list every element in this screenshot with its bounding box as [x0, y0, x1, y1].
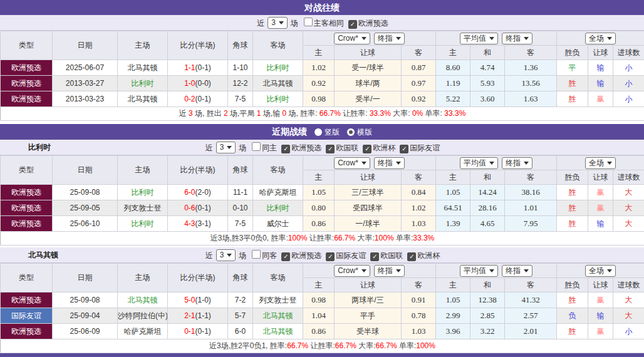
checked-checkbox[interactable] — [281, 145, 290, 153]
avg-source-select[interactable]: 平均值 — [460, 157, 498, 169]
layout-radio-group: 竖版横版 — [307, 127, 372, 137]
avg-stage-select[interactable]: 终指 — [502, 33, 532, 44]
match-type-badge: 国际友谊 — [1, 308, 53, 324]
avg-source-select-value: 平均值 — [464, 266, 486, 275]
checkbox-label: 欧洲杯 — [373, 143, 395, 152]
next-section-bar — [0, 353, 644, 357]
avg-away-odds: 1.63 — [505, 91, 557, 107]
match-count-select[interactable]: 3 — [216, 249, 236, 261]
checkbox-label: 同客 — [262, 251, 277, 260]
odds-stage-select[interactable]: 终指 — [374, 265, 405, 277]
chevron-down-icon — [607, 269, 612, 272]
header-row-groups: 类型日期主场比分(半场)角球客场Crow*终指平均值终指全场 — [1, 31, 644, 46]
checked-checkbox[interactable] — [400, 145, 408, 153]
scope-select[interactable]: 全场 — [585, 33, 616, 44]
avg-home-odds: 8.60 — [436, 60, 470, 76]
odds-source-select[interactable]: Crow* — [334, 33, 370, 44]
avg-source-select[interactable]: 平均值 — [460, 265, 498, 277]
checkbox-label: 主客相同 — [314, 19, 344, 28]
sub-column-header: 让球 — [588, 170, 613, 185]
result-handicap: 输 — [588, 216, 613, 232]
home-team: 沙特阿拉伯(中) — [118, 308, 168, 324]
scope-select[interactable]: 全场 — [585, 265, 616, 277]
avg-stage-select[interactable]: 终指 — [502, 157, 532, 169]
avg-away-odds: 41.32 — [505, 292, 557, 308]
score-halftime: (3-1) — [195, 219, 211, 228]
result-goals: 大 — [613, 308, 644, 324]
result-win-loss: 胜 — [557, 324, 588, 339]
match-count-select[interactable]: 3 — [216, 142, 236, 153]
odds-stage-select[interactable]: 终指 — [374, 157, 405, 169]
checked-checkbox[interactable] — [348, 20, 357, 29]
score-fulltime: 5-0 — [184, 296, 195, 304]
home-team: 哈萨克斯坦 — [118, 324, 168, 339]
avg-away-odds: 2.57 — [505, 308, 557, 324]
sub-column-header: 胜负 — [557, 170, 588, 185]
sub-column-header: 胜负 — [557, 46, 588, 60]
column-header: 主场 — [118, 31, 168, 60]
odds-source-select[interactable]: Crow* — [334, 157, 370, 169]
match-count-select[interactable]: 3 — [267, 17, 288, 29]
avg-source-select-value: 平均值 — [464, 158, 486, 167]
chevron-down-icon — [396, 269, 401, 272]
unchecked-checkbox[interactable] — [252, 250, 261, 259]
layout-radio-vertical[interactable] — [314, 128, 322, 136]
handicap-line: 两球半/三 — [335, 292, 402, 308]
layout-radio-horizontal[interactable] — [347, 128, 355, 136]
result-win-loss: 胜 — [557, 76, 588, 91]
unchecked-checkbox[interactable] — [252, 142, 261, 151]
checked-checkbox[interactable] — [407, 252, 416, 261]
avg-home-odds: 1.39 — [436, 216, 470, 232]
odds-source-select-value: Crow* — [338, 266, 358, 275]
result-goals: 大 — [613, 200, 644, 216]
odds-stage-select[interactable]: 终指 — [374, 33, 405, 44]
column-header: 日期 — [53, 156, 118, 185]
unchecked-checkbox[interactable] — [304, 18, 313, 26]
team-name-belgium: 比利时 — [28, 140, 51, 155]
summary-text: 大率: — [391, 109, 412, 118]
sub-column-header: 进球数 — [613, 170, 644, 185]
page: 对战往绩 近3场主客相同欧洲预选 类型日期主场比分(半场)角球客场Crow*终指… — [0, 0, 644, 357]
sub-column-header: 让球 — [588, 46, 613, 60]
result-handicap: 赢 — [588, 324, 613, 339]
checked-checkbox[interactable] — [326, 252, 335, 261]
avg-source-select-value: 平均值 — [464, 34, 486, 43]
avg-draw-odds: 12.38 — [470, 292, 505, 308]
result-win-loss: 胜 — [557, 200, 588, 216]
match-type-badge: 欧洲预选 — [1, 185, 53, 200]
avg-source-select[interactable]: 平均值 — [460, 33, 498, 44]
corner-score: 6-0 — [228, 324, 253, 339]
away-team: 比利时 — [253, 200, 303, 216]
result-goals: 小 — [613, 76, 644, 91]
home-team: 比利时 — [118, 185, 168, 200]
macedonia-table-mount: 类型日期主场比分(半场)角球客场Crow*终指平均值终指全场主让球客主和客胜负让… — [0, 263, 644, 353]
checked-checkbox[interactable] — [363, 145, 371, 153]
result-goals: 小 — [613, 324, 644, 339]
home-team: 列支敦士登 — [118, 200, 168, 216]
result-win-loss: 胜 — [557, 216, 588, 232]
home-odds: 1.05 — [303, 185, 335, 200]
column-header: 客场 — [253, 31, 303, 60]
recent-title-bar: 近期战绩竖版横版 — [0, 124, 644, 140]
match-date: 25-09-08 — [53, 292, 118, 308]
summary-stat: 100% — [288, 234, 308, 242]
avg-stage-select[interactable]: 终指 — [502, 265, 532, 277]
odds-stage-select-value: 终指 — [378, 266, 393, 275]
odds-selects-cell: Crow*终指 — [303, 264, 436, 278]
scope-select[interactable]: 全场 — [585, 157, 616, 169]
match-row: 欧洲预选25-06-09哈萨克斯坦0-1(0-1)6-0北马其顿0.86受半球1… — [1, 324, 644, 339]
checkbox-label: 国际友谊 — [410, 143, 440, 152]
odds-source-select[interactable]: Crow* — [334, 265, 370, 277]
odds-stage-select-value: 终指 — [378, 34, 393, 43]
chevron-down-icon — [607, 37, 612, 40]
match-row: 欧洲预选2013-03-23北马其顿0-2(0-1)7-5比利时0.98受半/一… — [1, 91, 644, 107]
sub-column-header: 进球数 — [613, 278, 644, 292]
avg-away-odds: 13.56 — [505, 76, 557, 91]
away-team: 比利时 — [253, 60, 303, 76]
column-header: 客场 — [253, 156, 303, 185]
match-type-badge: 欧洲预选 — [1, 216, 53, 232]
handicap-line: 一/球半 — [335, 216, 402, 232]
checked-checkbox[interactable] — [281, 252, 290, 261]
checked-checkbox[interactable] — [370, 252, 379, 261]
checked-checkbox[interactable] — [326, 145, 335, 153]
